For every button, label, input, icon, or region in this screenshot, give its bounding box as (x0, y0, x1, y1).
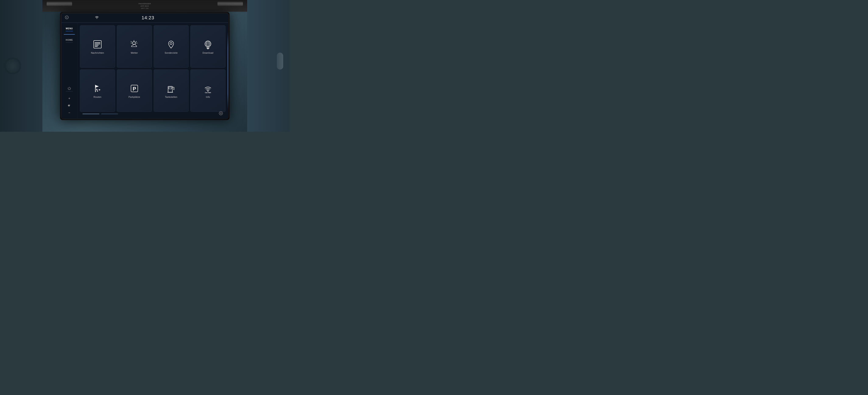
main-grid-area: Nachrichten (78, 23, 228, 119)
sonderziele-label: Sonderziele (165, 52, 178, 54)
screen-bezel: 14:23 MENU HOME (60, 12, 229, 120)
settings-icon[interactable] (219, 111, 223, 116)
svg-point-26 (97, 90, 98, 91)
sidebar-item-menu[interactable]: MENU (61, 25, 77, 35)
sonderziele-icon (165, 39, 177, 50)
nachrichten-icon (92, 39, 103, 50)
svg-marker-5 (69, 104, 69, 107)
grid-item-nachrichten[interactable]: Nachrichten (80, 25, 115, 68)
carnet-icon: Car-Net (203, 83, 213, 94)
svg-rect-32 (169, 87, 172, 89)
steering-wheel-hint (4, 57, 21, 75)
grid-item-wetter[interactable]: Wetter (117, 25, 152, 68)
svg-point-17 (170, 43, 172, 45)
grid-item-tankstellen[interactable]: Tankstellen (154, 69, 189, 112)
plus-label: + (68, 96, 70, 100)
routen-label: Routen (93, 96, 101, 98)
menu-label: MENU (66, 27, 73, 30)
minus-label: − (68, 111, 70, 115)
parkplaetze-icon: P (129, 83, 140, 94)
svg-point-2 (67, 17, 67, 17)
svg-line-13 (136, 41, 136, 42)
sidebar-power-button[interactable] (61, 84, 77, 95)
car-side-left (0, 0, 42, 132)
app-grid: Nachrichten (80, 25, 225, 112)
grid-item-routen[interactable]: Routen (80, 69, 115, 112)
sidebar-minus-button[interactable]: − (61, 109, 77, 116)
clock-display: 14:23 (122, 15, 174, 21)
svg-point-11 (132, 41, 135, 45)
scroll-indicator-1[interactable] (83, 113, 99, 114)
grid-item-download[interactable]: Download (190, 25, 225, 68)
svg-marker-25 (95, 85, 99, 88)
svg-line-15 (131, 41, 131, 42)
car-side-right (247, 0, 289, 132)
airbag-text-line3: OFF ON (141, 7, 149, 9)
main-content: MENU HOME + (61, 23, 228, 119)
scroll-indicator-2[interactable] (101, 113, 118, 114)
nachrichten-label: Nachrichten (91, 52, 104, 54)
grid-item-parkplaetze[interactable]: P Parkplätze (117, 69, 152, 112)
download-icon (203, 39, 213, 50)
tankstellen-label: Tankstellen (165, 96, 177, 98)
header-bar: 14:23 (61, 13, 228, 23)
sidebar-plus-button[interactable]: + (61, 95, 77, 102)
wifi-icon (71, 16, 122, 20)
sidebar-item-home[interactable]: HOME (61, 36, 77, 46)
grab-handle (277, 53, 283, 69)
sidebar: MENU HOME + (61, 23, 78, 119)
infotainment-screen: 14:23 MENU HOME (61, 13, 228, 119)
sidebar-volume-icon (61, 102, 77, 109)
download-label: Download (203, 52, 213, 54)
grid-item-info[interactable]: Car-Net Info (190, 69, 225, 112)
parkplaetze-label: Parkplätze (128, 96, 140, 98)
airbag-text-line2: AIR BAG (141, 5, 149, 7)
left-vent (46, 2, 72, 6)
svg-point-3 (96, 18, 97, 19)
grid-item-sonderziele[interactable]: Sonderziele (154, 25, 189, 68)
svg-text:Car-Net: Car-Net (205, 91, 211, 93)
routen-icon (92, 83, 103, 94)
airbag-text-line1: PASSENGER (138, 3, 151, 5)
top-vent-bar: PASSENGER AIR BAG OFF ON (0, 0, 289, 12)
svg-rect-6 (94, 40, 101, 48)
svg-text:P: P (133, 86, 136, 92)
right-vent (217, 2, 243, 6)
tankstellen-icon (165, 83, 177, 94)
wetter-label: Wetter (131, 52, 138, 54)
wetter-icon (129, 39, 140, 50)
info-icon (65, 16, 69, 20)
bottom-bar (80, 112, 225, 116)
svg-point-38 (220, 113, 221, 114)
info-label: Info (206, 96, 210, 98)
home-label: HOME (66, 39, 73, 41)
